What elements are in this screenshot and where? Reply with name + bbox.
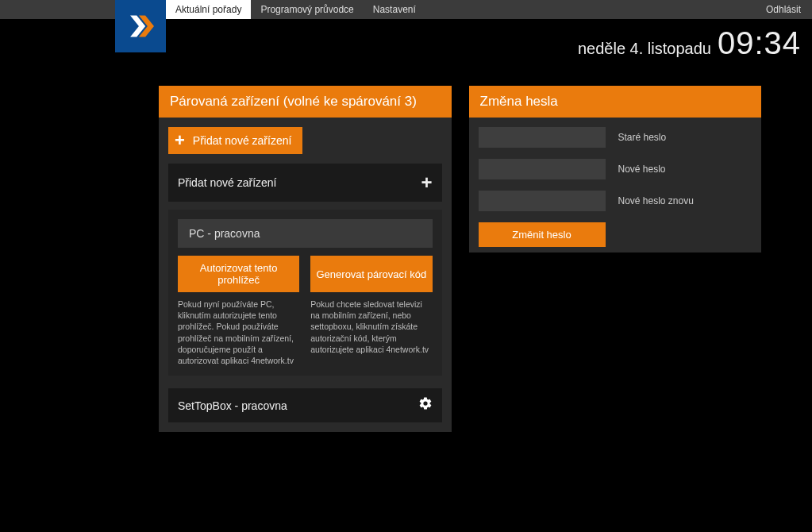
nav-program-guide[interactable]: Programový průvodce (251, 0, 363, 19)
plus-icon[interactable]: + (421, 172, 432, 194)
nav-current-shows[interactable]: Aktuální pořady (166, 0, 251, 19)
device-card: PC - pracovna Autorizovat tento prohlíže… (168, 210, 442, 376)
plus-icon: + (175, 132, 185, 149)
authorize-description: Pokud nyní používáte PC, kliknutím autor… (178, 299, 299, 366)
change-password-title: Změna hesla (469, 86, 762, 118)
old-password-input[interactable] (479, 127, 606, 148)
authorize-browser-button[interactable]: Autorizovat tento prohlížeč (178, 256, 299, 292)
generate-description: Pokud chcete sledovat televizi na mobiln… (310, 299, 432, 366)
chevron-logo-icon (127, 13, 154, 40)
new-password-again-input[interactable] (479, 191, 606, 211)
change-password-panel: Změna hesla Staré heslo Nové heslo Nové … (469, 86, 762, 253)
generate-pairing-code-button[interactable]: Generovat párovací kód (310, 256, 432, 292)
time-text: 09:34 (718, 25, 801, 61)
device-name-field[interactable]: PC - pracovna (178, 219, 433, 248)
add-device-button[interactable]: + Přidat nové zařízení (168, 127, 302, 154)
new-password-label: Nové heslo (618, 164, 666, 175)
logout-link[interactable]: Odhlásit (755, 4, 812, 15)
app-logo (115, 0, 166, 52)
header-bar: neděle 4. listopadu 09:34 (0, 19, 812, 71)
old-password-label: Staré heslo (618, 132, 667, 143)
new-password-again-label: Nové heslo znovu (618, 195, 694, 206)
paired-devices-panel: Párovaná zařízení (volné ke spárování 3)… (159, 86, 452, 432)
settopbox-row[interactable]: SetTopBox - pracovna (168, 388, 442, 422)
add-device-row[interactable]: Přidat nové zařízení + (168, 164, 442, 202)
date-text: neděle 4. listopadu (578, 40, 711, 58)
nav-settings[interactable]: Nastavení (364, 0, 425, 19)
new-password-input[interactable] (479, 159, 606, 179)
change-password-button[interactable]: Změnit heslo (479, 222, 606, 247)
datetime-display: neděle 4. listopadu 09:34 (578, 25, 801, 61)
gear-icon[interactable] (418, 396, 433, 414)
paired-devices-title: Párovaná zařízení (volné ke spárování 3) (159, 86, 452, 118)
